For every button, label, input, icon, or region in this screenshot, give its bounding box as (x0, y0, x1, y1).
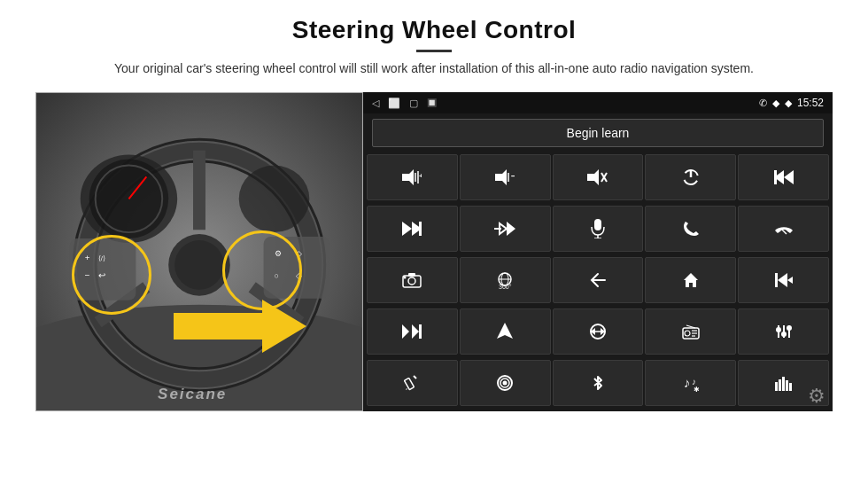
svg-text:♪: ♪ (684, 375, 691, 390)
wifi-status-icon: ◆ (785, 98, 792, 109)
svg-marker-62 (787, 277, 793, 284)
navigate-button[interactable] (460, 308, 551, 355)
equalizer-button[interactable] (738, 308, 829, 355)
microphone-button[interactable] (553, 206, 644, 252)
svg-marker-59 (684, 273, 698, 287)
svg-marker-30 (495, 169, 507, 185)
prev-track-button[interactable] (738, 257, 829, 303)
svg-marker-65 (412, 324, 419, 339)
status-bar-left: ◁ ⬜ ▢ 🔲 (372, 98, 437, 109)
svg-marker-26 (402, 169, 414, 185)
svg-marker-64 (402, 324, 409, 339)
svg-rect-93 (782, 377, 785, 391)
title-divider (416, 50, 452, 52)
svg-rect-60 (775, 273, 778, 287)
svg-rect-63 (419, 324, 422, 339)
control-grid: + − (363, 152, 833, 411)
power-button[interactable] (645, 154, 736, 200)
svg-rect-53 (408, 273, 415, 277)
record-button[interactable] (460, 360, 551, 406)
settings-gear-icon[interactable]: ⚙ (808, 385, 825, 408)
recents-nav-icon[interactable]: ▢ (409, 98, 418, 109)
yellow-arrow (174, 295, 306, 357)
svg-rect-95 (789, 383, 792, 391)
svg-marker-33 (587, 169, 599, 185)
content-area: + ⟨/⟩ − ↩ ⚙ ◇ ○ ◇ Seicane (35, 92, 833, 411)
swap-button[interactable] (553, 308, 644, 355)
begin-learn-button[interactable]: Begin learn (372, 119, 824, 147)
svg-point-87 (503, 381, 508, 386)
page-subtitle: Your original car's steering wheel contr… (114, 59, 754, 78)
svg-point-82 (787, 325, 792, 331)
prev-track-left-button[interactable] (738, 154, 829, 200)
camera-button[interactable] (367, 257, 458, 303)
svg-rect-92 (779, 379, 781, 391)
title-section: Steering Wheel Control Your original car… (114, 16, 754, 78)
bluetooth-button[interactable] (553, 360, 644, 406)
hangup-button[interactable] (738, 206, 829, 252)
svg-point-54 (404, 277, 407, 279)
fast-forward-button[interactable] (367, 308, 458, 355)
svg-marker-25 (174, 300, 306, 353)
pen-button[interactable] (367, 360, 458, 406)
svg-text:+: + (419, 172, 422, 180)
svg-text:360°: 360° (499, 284, 512, 290)
volume-down-button[interactable]: − (460, 154, 551, 200)
svg-text:−: − (511, 171, 515, 181)
svg-line-84 (414, 376, 416, 379)
watermark-text: Seicane (158, 386, 227, 403)
svg-marker-38 (784, 170, 794, 184)
svg-point-52 (408, 277, 415, 285)
svg-text:✱: ✱ (694, 386, 700, 392)
skip-button[interactable] (460, 206, 551, 252)
svg-rect-40 (774, 170, 777, 184)
svg-rect-91 (775, 382, 778, 391)
home-nav-icon[interactable]: ⬜ (388, 98, 400, 109)
svg-rect-43 (419, 222, 422, 236)
360-view-button[interactable]: 360° (460, 257, 551, 303)
svg-rect-83 (405, 378, 415, 389)
svg-point-72 (685, 331, 690, 336)
volume-up-button[interactable]: + (367, 154, 458, 200)
sim-icon: 🔲 (427, 98, 437, 107)
begin-learn-row: Begin learn (363, 113, 833, 152)
back-nav-icon[interactable]: ◁ (372, 98, 379, 109)
clock: 15:52 (797, 97, 824, 109)
svg-marker-41 (402, 222, 412, 236)
music-button[interactable]: ♪♪✱ (645, 360, 736, 406)
svg-marker-66 (497, 323, 513, 339)
svg-point-9 (174, 240, 224, 290)
page-title: Steering Wheel Control (114, 16, 754, 44)
next-track-button[interactable] (367, 206, 458, 252)
car-image: + ⟨/⟩ − ↩ ⚙ ◇ ○ ◇ Seicane (35, 92, 363, 411)
status-bar-right: ✆ ◆ ◆ 15:52 (759, 97, 824, 109)
svg-point-80 (781, 332, 787, 337)
phone-button[interactable] (645, 206, 736, 252)
circle-left-highlight (72, 235, 151, 315)
back-button[interactable] (553, 257, 644, 303)
home-button[interactable] (645, 257, 736, 303)
svg-point-78 (776, 327, 781, 332)
location-status-icon: ◆ (772, 98, 779, 109)
radio-button[interactable] (645, 308, 736, 355)
status-bar: ◁ ⬜ ▢ 🔲 ✆ ◆ ◆ 15:52 (363, 92, 833, 113)
mute-button[interactable] (553, 154, 644, 200)
svg-rect-94 (786, 380, 788, 391)
svg-rect-47 (594, 219, 601, 230)
control-panel: ◁ ⬜ ▢ 🔲 ✆ ◆ ◆ 15:52 Begin learn (363, 92, 833, 411)
svg-point-14 (239, 166, 310, 233)
svg-marker-46 (507, 222, 515, 236)
svg-marker-61 (778, 273, 787, 287)
page-container: Steering Wheel Control Your original car… (0, 0, 868, 484)
phone-status-icon: ✆ (759, 98, 767, 109)
